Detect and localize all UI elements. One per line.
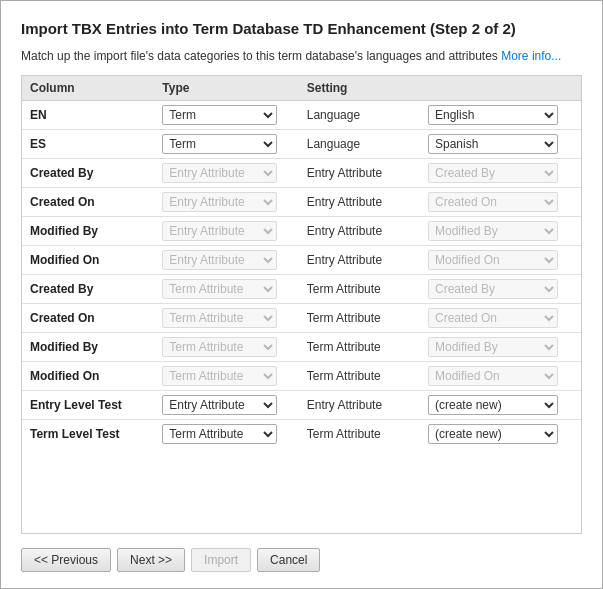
type-select: Entry AttributeTermTerm Attribute	[162, 250, 277, 270]
cell-column: Modified On	[22, 361, 154, 390]
cell-type: Entry AttributeTermTerm Attribute	[154, 245, 298, 274]
cell-setting-value: Created ByCreated OnModified ByModified …	[420, 245, 581, 274]
table-row: Modified OnTerm AttributeTermEntry Attri…	[22, 361, 581, 390]
next-button[interactable]: Next >>	[117, 548, 185, 572]
cell-setting-value: Created ByCreated OnModified ByModified …	[420, 332, 581, 361]
table-row: Modified OnEntry AttributeTermTerm Attri…	[22, 245, 581, 274]
cancel-button[interactable]: Cancel	[257, 548, 320, 572]
cell-setting-label: Term Attribute	[299, 303, 420, 332]
cell-type[interactable]: Entry AttributeTermTerm Attribute	[154, 390, 298, 419]
type-select[interactable]: Term AttributeTermEntry Attribute	[162, 424, 277, 444]
cell-setting-value: Created ByCreated OnModified ByModified …	[420, 216, 581, 245]
previous-button[interactable]: << Previous	[21, 548, 111, 572]
mapping-table: Column Type Setting ENTermEntry Attribut…	[22, 76, 581, 448]
table-row: ENTermEntry AttributeTerm AttributeLangu…	[22, 100, 581, 129]
cell-setting-label: Language	[299, 129, 420, 158]
cell-setting-value[interactable]: EnglishSpanish	[420, 129, 581, 158]
cell-setting-label: Entry Attribute	[299, 187, 420, 216]
header-type: Type	[154, 76, 298, 101]
cell-setting-value[interactable]: (create new)Created ByCreated OnModified…	[420, 390, 581, 419]
cell-setting-value: Created ByCreated OnModified ByModified …	[420, 303, 581, 332]
cell-setting-value: Created ByCreated OnModified ByModified …	[420, 274, 581, 303]
table-row: Created OnTerm AttributeTermEntry Attrib…	[22, 303, 581, 332]
setting-select[interactable]: (create new)Created ByCreated OnModified…	[428, 395, 558, 415]
table-row: Created OnEntry AttributeTermTerm Attrib…	[22, 187, 581, 216]
table-header: Column Type Setting	[22, 76, 581, 101]
setting-select: Created ByCreated OnModified ByModified …	[428, 366, 558, 386]
cell-type[interactable]: TermEntry AttributeTerm Attribute	[154, 100, 298, 129]
cell-column: Created On	[22, 187, 154, 216]
cell-column: Created By	[22, 274, 154, 303]
type-select: Entry AttributeTermTerm Attribute	[162, 163, 277, 183]
type-select: Entry AttributeTermTerm Attribute	[162, 221, 277, 241]
cell-setting-label: Term Attribute	[299, 361, 420, 390]
cell-type: Term AttributeTermEntry Attribute	[154, 361, 298, 390]
table-row: Created ByEntry AttributeTermTerm Attrib…	[22, 158, 581, 187]
setting-select: Created ByCreated OnModified ByModified …	[428, 279, 558, 299]
table-row: Term Level TestTerm AttributeTermEntry A…	[22, 419, 581, 448]
setting-select: Created ByCreated OnModified ByModified …	[428, 308, 558, 328]
table-row: Created ByTerm AttributeTermEntry Attrib…	[22, 274, 581, 303]
cell-setting-label: Entry Attribute	[299, 390, 420, 419]
cell-setting-value: Created ByCreated OnModified ByModified …	[420, 361, 581, 390]
setting-select: Created ByCreated OnModified ByModified …	[428, 163, 558, 183]
setting-select[interactable]: EnglishSpanish	[428, 134, 558, 154]
cell-column: EN	[22, 100, 154, 129]
table-row: Entry Level TestEntry AttributeTermTerm …	[22, 390, 581, 419]
type-select: Term AttributeTermEntry Attribute	[162, 337, 277, 357]
type-select[interactable]: Entry AttributeTermTerm Attribute	[162, 395, 277, 415]
import-dialog: Import TBX Entries into Term Database TD…	[0, 0, 603, 589]
cell-setting-label: Term Attribute	[299, 332, 420, 361]
table-row: Modified ByEntry AttributeTermTerm Attri…	[22, 216, 581, 245]
footer: << Previous Next >> Import Cancel	[21, 548, 582, 572]
cell-column: ES	[22, 129, 154, 158]
dialog-subtitle: Match up the import file's data categori…	[21, 49, 582, 63]
cell-column: Created By	[22, 158, 154, 187]
cell-setting-value: Created ByCreated OnModified ByModified …	[420, 158, 581, 187]
table-body: ENTermEntry AttributeTerm AttributeLangu…	[22, 100, 581, 448]
cell-column: Entry Level Test	[22, 390, 154, 419]
cell-type: Entry AttributeTermTerm Attribute	[154, 187, 298, 216]
type-select: Term AttributeTermEntry Attribute	[162, 366, 277, 386]
cell-type: Entry AttributeTermTerm Attribute	[154, 216, 298, 245]
setting-select: Created ByCreated OnModified ByModified …	[428, 221, 558, 241]
setting-select: Created ByCreated OnModified ByModified …	[428, 337, 558, 357]
table-row: ESTermEntry AttributeTerm AttributeLangu…	[22, 129, 581, 158]
type-select: Term AttributeTermEntry Attribute	[162, 279, 277, 299]
cell-setting-label: Language	[299, 100, 420, 129]
dialog-title: Import TBX Entries into Term Database TD…	[21, 19, 582, 39]
cell-setting-label: Entry Attribute	[299, 158, 420, 187]
cell-setting-label: Entry Attribute	[299, 245, 420, 274]
cell-column: Modified On	[22, 245, 154, 274]
more-info-link[interactable]: More info...	[501, 49, 561, 63]
type-select: Entry AttributeTermTerm Attribute	[162, 192, 277, 212]
cell-column: Term Level Test	[22, 419, 154, 448]
cell-type: Entry AttributeTermTerm Attribute	[154, 158, 298, 187]
table-row: Modified ByTerm AttributeTermEntry Attri…	[22, 332, 581, 361]
cell-type: Term AttributeTermEntry Attribute	[154, 303, 298, 332]
cell-type[interactable]: TermEntry AttributeTerm Attribute	[154, 129, 298, 158]
cell-setting-label: Entry Attribute	[299, 216, 420, 245]
cell-type: Term AttributeTermEntry Attribute	[154, 274, 298, 303]
setting-select[interactable]: EnglishSpanish	[428, 105, 558, 125]
cell-type: Term AttributeTermEntry Attribute	[154, 332, 298, 361]
cell-setting-label: Term Attribute	[299, 274, 420, 303]
header-setting: Setting	[299, 76, 581, 101]
cell-column: Modified By	[22, 216, 154, 245]
import-button[interactable]: Import	[191, 548, 251, 572]
header-column: Column	[22, 76, 154, 101]
setting-select: Created ByCreated OnModified ByModified …	[428, 250, 558, 270]
cell-setting-value[interactable]: (create new)Created ByCreated OnModified…	[420, 419, 581, 448]
cell-type[interactable]: Term AttributeTermEntry Attribute	[154, 419, 298, 448]
type-select: Term AttributeTermEntry Attribute	[162, 308, 277, 328]
subtitle-text: Match up the import file's data categori…	[21, 49, 498, 63]
cell-setting-label: Term Attribute	[299, 419, 420, 448]
type-select[interactable]: TermEntry AttributeTerm Attribute	[162, 105, 277, 125]
cell-setting-value: Created ByCreated OnModified ByModified …	[420, 187, 581, 216]
type-select[interactable]: TermEntry AttributeTerm Attribute	[162, 134, 277, 154]
mapping-table-container: Column Type Setting ENTermEntry Attribut…	[21, 75, 582, 535]
cell-column: Modified By	[22, 332, 154, 361]
cell-column: Created On	[22, 303, 154, 332]
cell-setting-value[interactable]: EnglishSpanish	[420, 100, 581, 129]
setting-select[interactable]: (create new)Created ByCreated OnModified…	[428, 424, 558, 444]
